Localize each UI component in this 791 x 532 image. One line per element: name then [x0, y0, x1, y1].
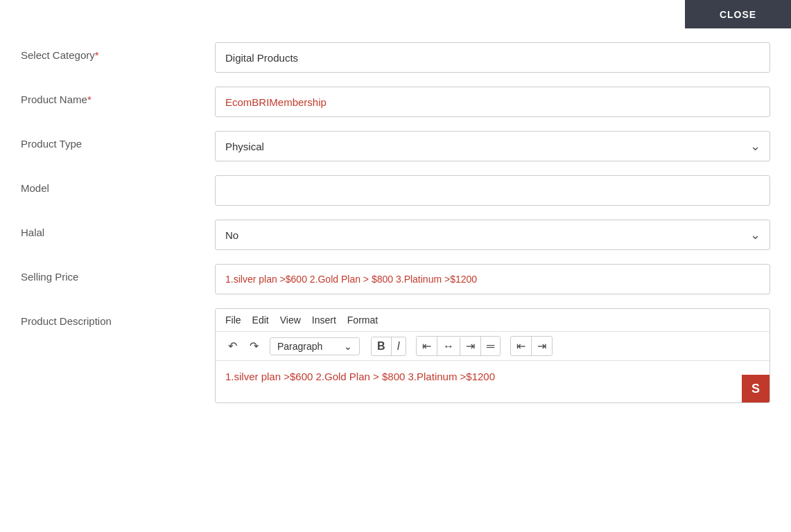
indent-button[interactable]: ⇥ — [532, 337, 552, 355]
align-center-button[interactable]: ↔ — [437, 337, 460, 355]
model-input[interactable] — [215, 175, 770, 206]
top-bar: CLOSE — [0, 0, 791, 28]
product-name-label: Product Name* — [21, 87, 215, 105]
selling-price-input[interactable]: 1.silver plan >$600 2.Gold Plan > $800 3… — [215, 264, 770, 294]
alignment-group: ⇤ ↔ ⇥ ═ — [416, 336, 501, 356]
editor-toolbar: ↶ ↷ Paragraph ⌄ B I ⇤ ↔ ⇥ ═ — [216, 332, 770, 361]
select-category-row: Select Category* Digital Products — [21, 42, 770, 73]
halal-row: Halal No Yes ⌄ — [21, 220, 770, 250]
close-button[interactable]: CLOSE — [685, 0, 791, 28]
selling-price-row: Selling Price 1.silver plan >$600 2.Gold… — [21, 264, 770, 294]
selling-price-label: Selling Price — [21, 264, 215, 283]
product-name-row: Product Name* EcomBRIMembership — [21, 87, 770, 117]
paragraph-selector[interactable]: Paragraph ⌄ — [270, 337, 360, 355]
product-name-input[interactable]: EcomBRIMembership — [215, 87, 770, 117]
indent-group: ⇤ ⇥ — [510, 336, 553, 356]
undo-button[interactable]: ↶ — [223, 337, 243, 355]
editor-menu-edit[interactable]: Edit — [252, 314, 269, 326]
form-container: Select Category* Digital Products Produc… — [0, 28, 791, 431]
italic-button[interactable]: I — [392, 337, 406, 355]
editor-content-area[interactable]: 1.silver plan >$600 2.Gold Plan > $800 3… — [216, 361, 770, 402]
paragraph-chevron-icon: ⌄ — [344, 341, 352, 352]
halal-label: Halal — [21, 220, 215, 238]
halal-select[interactable]: No Yes — [215, 220, 770, 250]
undo-redo-group: ↶ ↷ — [223, 337, 264, 355]
editor-menu-format[interactable]: Format — [347, 314, 378, 326]
halal-select-wrapper: No Yes ⌄ — [215, 220, 770, 250]
product-description-row: Product Description File Edit View Inser… — [21, 308, 770, 403]
model-row: Model — [21, 175, 770, 206]
editor-menu-view[interactable]: View — [280, 314, 301, 326]
product-description-label: Product Description — [21, 308, 215, 327]
product-type-select-wrapper: Physical Digital ⌄ — [215, 131, 770, 161]
rich-text-editor: File Edit View Insert Format ↶ ↷ Paragra… — [215, 308, 770, 403]
editor-menu-insert[interactable]: Insert — [312, 314, 336, 326]
align-right-button[interactable]: ⇥ — [460, 337, 481, 355]
product-type-row: Product Type Physical Digital ⌄ — [21, 131, 770, 161]
bold-italic-group: B I — [371, 337, 406, 356]
model-label: Model — [21, 175, 215, 194]
submit-button[interactable]: S — [742, 375, 770, 402]
select-category-input[interactable]: Digital Products — [215, 42, 770, 73]
editor-menu-bar: File Edit View Insert Format — [216, 309, 770, 332]
outdent-button[interactable]: ⇤ — [511, 337, 532, 355]
bold-button[interactable]: B — [372, 337, 392, 355]
redo-button[interactable]: ↷ — [244, 337, 264, 355]
align-left-button[interactable]: ⇤ — [417, 337, 437, 355]
product-type-select[interactable]: Physical Digital — [215, 131, 770, 161]
select-category-label: Select Category* — [21, 42, 215, 61]
editor-menu-file[interactable]: File — [225, 314, 241, 326]
align-justify-button[interactable]: ═ — [481, 337, 500, 355]
product-type-label: Product Type — [21, 131, 215, 150]
